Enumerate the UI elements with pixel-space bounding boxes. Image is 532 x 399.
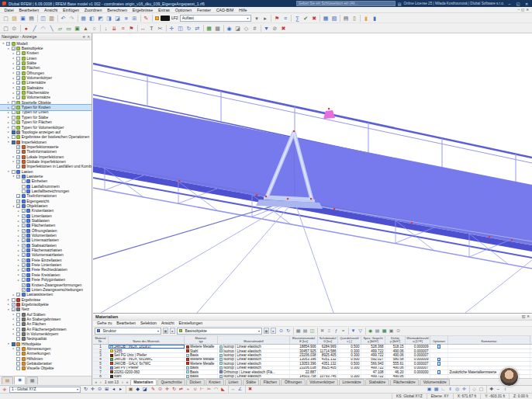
- tree-expander-icon[interactable]: ▸: [17, 244, 21, 247]
- cell-e[interactable]: 13053.396: [290, 358, 318, 361]
- print-icon[interactable]: ▤: [27, 14, 36, 23]
- tree-checkbox[interactable]: [22, 219, 26, 223]
- tree-checkbox[interactable]: [12, 47, 16, 50]
- delete-icon[interactable]: ✖: [279, 24, 288, 33]
- tree-expander-icon[interactable]: ▸: [7, 298, 11, 301]
- insert-member-icon[interactable]: ╲: [47, 24, 56, 33]
- tab-liniensaetze[interactable]: Liniensätze: [339, 379, 364, 385]
- menu-bearbeiten[interactable]: Bearbeiten: [16, 7, 41, 13]
- tree-checkbox[interactable]: [22, 209, 26, 213]
- cell-nu[interactable]: 0.500: [338, 345, 361, 348]
- numbering-icon[interactable]: #: [250, 24, 259, 33]
- column-header-kommentar[interactable]: Kommentar: [448, 336, 530, 345]
- tree-expander-icon[interactable]: ▾: [7, 170, 11, 173]
- cell-rho[interactable]: 580.58: [385, 358, 406, 361]
- next-page-button[interactable]: ›: [121, 380, 125, 384]
- cell-model[interactable]: Isotrop | Linear elastisch: [218, 366, 290, 370]
- tree-checkbox[interactable]: [12, 110, 16, 114]
- menu-ansicht[interactable]: Ansicht: [159, 320, 177, 326]
- table-settings-icon[interactable]: ▦: [295, 328, 302, 335]
- tree-checkbox[interactable]: [12, 130, 16, 134]
- tree-checkbox[interactable]: [16, 160, 20, 164]
- camera-icon[interactable]: ▣: [127, 386, 134, 393]
- first-page-button[interactable]: «: [94, 380, 98, 384]
- print-table-icon[interactable]: ▤: [302, 328, 309, 335]
- guidelines-icon[interactable]: ‖: [447, 386, 454, 393]
- block-library-icon[interactable]: ▥: [47, 14, 56, 23]
- redo-icon[interactable]: ↷: [67, 14, 76, 23]
- display-properties-icon[interactable]: ✎: [142, 14, 150, 23]
- cell-typ[interactable]: Weitere Metalle: [185, 362, 218, 365]
- cell-typ[interactable]: Stahl: [185, 349, 218, 352]
- tree-expander-icon[interactable]: ▸: [12, 317, 16, 321]
- cell-nr[interactable]: 3: [93, 353, 109, 356]
- tab-flaechensaetze[interactable]: Flächensätze: [390, 379, 420, 385]
- column-header-materialmodell[interactable]: Materialmodell: [218, 336, 290, 345]
- filter-table-icon[interactable]: ▼: [350, 328, 357, 335]
- cell-opt[interactable]: ✓: [430, 370, 448, 373]
- cell-g[interactable]: 11714.586: [318, 349, 338, 352]
- set-origin-icon[interactable]: ⊙: [157, 386, 164, 393]
- cell-nu[interactable]: 0.500: [338, 362, 361, 365]
- insert-node-icon[interactable]: ●: [22, 24, 30, 33]
- cell-opt[interactable]: [430, 349, 448, 352]
- visual-object-icon[interactable]: ◆: [134, 386, 141, 393]
- tree-checkbox[interactable]: [16, 91, 20, 95]
- render-mode-icon[interactable]: ■: [122, 14, 130, 23]
- column-header-name-des-materials[interactable]: Name des Materials: [109, 336, 185, 345]
- insert-opening-icon[interactable]: ▭: [64, 24, 73, 33]
- tree-checkbox[interactable]: [12, 116, 16, 120]
- tree-expander-icon[interactable]: ▸: [12, 347, 16, 350]
- tree-checkbox[interactable]: [16, 76, 20, 80]
- tree-expander-icon[interactable]: ▸: [17, 210, 21, 213]
- cell-rho[interactable]: 490.06: [385, 353, 406, 356]
- new-window-icon[interactable]: ▦: [79, 14, 88, 23]
- load-case-next-icon[interactable]: ▸: [261, 14, 270, 23]
- tree-checkbox[interactable]: [12, 170, 16, 174]
- tree-expander-icon[interactable]: ▸: [12, 323, 16, 326]
- cell-rho[interactable]: 555.61: [385, 362, 406, 365]
- tree-expander-icon[interactable]: ▾: [12, 175, 16, 178]
- tree-checkbox[interactable]: [16, 352, 20, 356]
- cell-al[interactable]: 0.000007: [406, 353, 430, 356]
- coordinate-system-status[interactable]: KS: Global XYZ: [392, 394, 427, 399]
- tree-checkbox[interactable]: [16, 165, 20, 168]
- show-loads-icon[interactable]: ⚑: [273, 14, 282, 23]
- cell-e[interactable]: 23206.038: [290, 366, 318, 370]
- float-panel-icon[interactable]: ◱: [522, 314, 525, 318]
- next-view-icon[interactable]: ▸: [117, 386, 124, 393]
- cable-line[interactable]: [465, 260, 532, 313]
- tree-checkbox[interactable]: [6, 42, 10, 46]
- tree-expander-icon[interactable]: ▸: [12, 77, 16, 80]
- chamfer-icon[interactable]: ◣: [219, 386, 226, 393]
- menu-extras[interactable]: Extras: [156, 7, 173, 13]
- column-header-elastizitaetsmodul[interactable]: ElastizitätsmodulE [ksi]: [290, 336, 318, 345]
- tree-checkbox[interactable]: [22, 263, 26, 267]
- cell-gam[interactable]: 499.722: [361, 366, 385, 370]
- import-web-icon[interactable]: ◉: [367, 328, 374, 335]
- cell-name[interactable]: JAKOB - GALV, 6x7WC: [109, 362, 185, 365]
- tree-checkbox[interactable]: [22, 224, 26, 227]
- cell-typ[interactable]: Basis: [185, 370, 218, 373]
- cell-g[interactable]: 6284.969: [318, 345, 338, 348]
- filter-settings-icon[interactable]: ▽: [357, 328, 364, 335]
- object-snap-icon[interactable]: ◎: [454, 386, 461, 393]
- tree-checkbox[interactable]: [22, 214, 26, 218]
- tree-checkbox[interactable]: [16, 366, 20, 370]
- cell-name[interactable]: JAKOB - INOX, 6x19WC: [109, 358, 185, 361]
- cell-nr[interactable]: 1: [93, 345, 109, 348]
- work-plane-icon[interactable]: ◇: [471, 386, 478, 393]
- dimension-icon[interactable]: ↔: [139, 24, 147, 33]
- zoom-to-fit-icon[interactable]: ⊞: [130, 14, 139, 23]
- tree-expander-icon[interactable]: ▸: [7, 303, 11, 306]
- cell-com[interactable]: [448, 366, 530, 370]
- tree-checkbox[interactable]: [12, 135, 16, 139]
- cell-model[interactable]: Isotrop | Linear elastisch: [218, 345, 290, 348]
- cell-nr[interactable]: 4: [93, 358, 109, 361]
- tree-checkbox[interactable]: [22, 238, 26, 242]
- snapshot-icon[interactable]: ▣: [388, 328, 395, 335]
- insert-solid-icon[interactable]: ▣: [73, 24, 81, 33]
- menu-hilfe[interactable]: Hilfe: [237, 7, 250, 13]
- tree-expander-icon[interactable]: ▸: [7, 136, 11, 139]
- mdi-restore-button[interactable]: ◱: [521, 8, 524, 12]
